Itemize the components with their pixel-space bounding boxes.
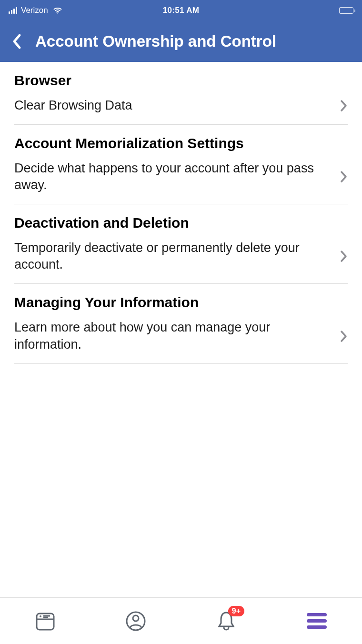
chevron-left-icon (11, 33, 22, 50)
svg-point-3 (40, 615, 41, 617)
back-button[interactable] (11, 33, 29, 50)
section-managing-info: Managing Your Information Learn more abo… (14, 284, 348, 363)
wifi-icon (53, 6, 62, 15)
section-memorialization: Account Memorialization Settings Decide … (14, 125, 348, 204)
notification-badge: 9+ (228, 606, 244, 616)
section-browser: Browser Clear Browsing Data (14, 62, 348, 125)
chevron-right-icon (340, 171, 348, 183)
row-label: Temporarily deactivate or permanently de… (14, 240, 332, 273)
status-left: Verizon (9, 6, 62, 15)
hamburger-icon (307, 613, 327, 629)
profile-icon (124, 610, 147, 633)
tab-notifications[interactable]: 9+ (212, 607, 241, 635)
signal-strength-icon (9, 7, 17, 14)
section-title: Managing Your Information (14, 294, 348, 311)
tab-feed[interactable] (31, 607, 60, 635)
section-title: Browser (14, 72, 348, 89)
row-label: Decide what happens to your account afte… (14, 160, 332, 193)
carrier-label: Verizon (21, 6, 48, 15)
row-memorialization[interactable]: Decide what happens to your account afte… (14, 160, 348, 193)
chevron-right-icon (340, 100, 348, 112)
content-area: Browser Clear Browsing Data Account Memo… (0, 62, 362, 364)
row-managing-information[interactable]: Learn more about how you can manage your… (14, 319, 348, 352)
section-title: Account Memorialization Settings (14, 135, 348, 151)
row-clear-browsing-data[interactable]: Clear Browsing Data (14, 97, 348, 114)
row-label: Clear Browsing Data (14, 97, 132, 114)
tab-menu[interactable] (302, 607, 331, 635)
bottom-tab-bar: 9+ (0, 597, 362, 644)
svg-point-0 (57, 12, 58, 13)
row-label: Learn more about how you can manage your… (14, 319, 332, 352)
battery-icon (339, 7, 355, 14)
status-bar: Verizon 10:51 AM (0, 0, 362, 21)
svg-point-7 (133, 615, 139, 621)
chevron-right-icon (340, 250, 348, 262)
page-header: Account Ownership and Control (0, 21, 362, 62)
section-title: Deactivation and Deletion (14, 215, 348, 231)
chevron-right-icon (340, 330, 348, 342)
feed-icon (34, 610, 57, 633)
section-deactivation: Deactivation and Deletion Temporarily de… (14, 204, 348, 284)
page-title: Account Ownership and Control (35, 32, 276, 50)
row-deactivation-deletion[interactable]: Temporarily deactivate or permanently de… (14, 240, 348, 273)
tab-profile[interactable] (121, 607, 150, 635)
status-right (339, 7, 355, 14)
status-time: 10:51 AM (163, 6, 199, 15)
